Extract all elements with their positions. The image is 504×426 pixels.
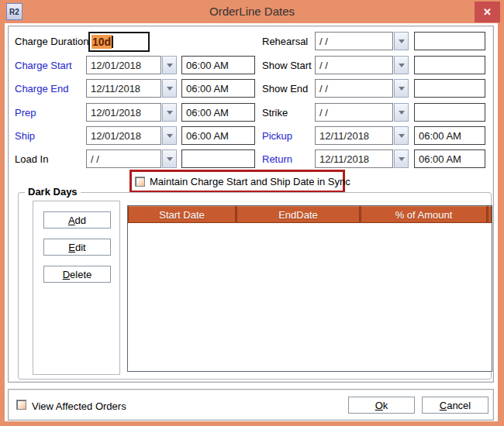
prep-time-field[interactable]: 06:00 AM bbox=[181, 103, 255, 122]
show-end-date-value[interactable]: / / bbox=[315, 79, 393, 98]
show-start-time-field[interactable] bbox=[414, 56, 485, 74]
return-dropdown-button[interactable] bbox=[394, 149, 409, 168]
main-panel: Maintain Charge Start and Ship Date in S… bbox=[8, 26, 494, 383]
rehearsal-label: Rehearsal bbox=[262, 36, 308, 47]
dark-days-title: Dark Days bbox=[25, 186, 81, 198]
show-end-dropdown-button[interactable] bbox=[394, 79, 409, 98]
charge-start-date-value[interactable]: 12/01/2018 bbox=[86, 56, 161, 74]
charge-start-date-combo: 12/01/2018 bbox=[86, 56, 177, 74]
close-icon: ✕ bbox=[483, 6, 492, 18]
dark-days-table: Start DateEndDate% of Amount bbox=[127, 205, 492, 372]
orderline-dates-dialog: { "window": { "title": "OrderLine Dates"… bbox=[0, 0, 504, 426]
maintain-sync-label: Maintain Charge Start and Ship Date in S… bbox=[150, 176, 350, 187]
chevron-down-icon bbox=[167, 157, 173, 161]
ship-time-field[interactable]: 06:00 AM bbox=[181, 126, 255, 145]
pickup-date-value[interactable]: 12/11/2018 bbox=[315, 126, 393, 145]
show-start-date-value[interactable]: / / bbox=[315, 56, 393, 74]
column-header--of-amount[interactable]: % of Amount bbox=[361, 206, 487, 223]
charge-duration-label: Charge Duration bbox=[15, 36, 88, 47]
charge-end-label: Charge End bbox=[15, 83, 68, 94]
show-end-date-combo: / / bbox=[315, 79, 409, 98]
column-header-enddate[interactable]: EndDate bbox=[236, 206, 360, 223]
strike-time-field[interactable] bbox=[414, 103, 485, 122]
show-start-date-combo: / / bbox=[315, 56, 409, 74]
show-start-dropdown-button[interactable] bbox=[394, 56, 409, 74]
charge-duration-selected-text: 10d bbox=[91, 35, 112, 49]
rehearsal-dropdown-button[interactable] bbox=[394, 32, 409, 50]
dark-days-button-panel: AddEditDelete bbox=[33, 201, 120, 375]
return-label: Return bbox=[262, 153, 292, 165]
add-button[interactable]: Add bbox=[43, 211, 111, 228]
strike-label: Strike bbox=[262, 107, 288, 119]
text-caret bbox=[112, 36, 113, 48]
pickup-date-combo: 12/11/2018 bbox=[315, 126, 409, 145]
column-header-filler bbox=[488, 206, 492, 223]
chevron-down-icon bbox=[399, 64, 405, 67]
load-in-date-value[interactable]: / / bbox=[86, 149, 161, 168]
pickup-label: Pickup bbox=[262, 130, 292, 142]
strike-date-value[interactable]: / / bbox=[315, 103, 393, 122]
delete-button[interactable]: Delete bbox=[43, 266, 111, 283]
charge-end-date-value[interactable]: 12/11/2018 bbox=[86, 79, 161, 98]
footer-panel: View Affected Orders Ok Cancel bbox=[8, 389, 494, 421]
title-bar: R2 OrderLine Dates ✕ bbox=[0, 0, 504, 23]
return-date-value[interactable]: 12/11/2018 bbox=[315, 149, 393, 168]
charge-start-dropdown-button[interactable] bbox=[162, 56, 177, 74]
load-in-time-field[interactable] bbox=[181, 149, 255, 168]
charge-start-time-field[interactable]: 06:00 AM bbox=[181, 56, 255, 74]
charge-duration-input[interactable]: 10d bbox=[88, 32, 150, 52]
charge-end-dropdown-button[interactable] bbox=[162, 79, 177, 98]
ship-date-combo: 12/01/2018 bbox=[86, 126, 177, 145]
sync-highlight-box: Maintain Charge Start and Ship Date in S… bbox=[129, 170, 345, 193]
edit-button[interactable]: Edit bbox=[43, 239, 111, 256]
view-affected-orders-label: View Affected Orders bbox=[32, 400, 126, 412]
dark-days-group: Dark Days AddEditDelete Start DateEndDat… bbox=[18, 192, 492, 380]
prep-dropdown-button[interactable] bbox=[162, 103, 177, 122]
ship-dropdown-button[interactable] bbox=[162, 126, 177, 145]
chevron-down-icon bbox=[399, 40, 405, 43]
chevron-down-icon bbox=[167, 134, 173, 138]
rehearsal-date-value[interactable]: / / bbox=[315, 32, 393, 50]
show-end-label: Show End bbox=[262, 83, 308, 94]
ok-button[interactable]: Ok bbox=[348, 397, 415, 414]
chevron-down-icon bbox=[399, 157, 405, 161]
return-time-field[interactable]: 06:00 AM bbox=[414, 149, 485, 168]
strike-date-combo: / / bbox=[315, 103, 409, 122]
charge-end-date-combo: 12/11/2018 bbox=[86, 79, 177, 98]
return-date-combo: 12/11/2018 bbox=[315, 149, 409, 168]
prep-date-combo: 12/01/2018 bbox=[86, 103, 177, 122]
window-title: OrderLine Dates bbox=[0, 5, 504, 18]
column-header-start-date[interactable]: Start Date bbox=[128, 206, 236, 223]
prep-date-value[interactable]: 12/01/2018 bbox=[86, 103, 161, 122]
charge-end-time-field[interactable]: 06:00 AM bbox=[181, 79, 255, 98]
load-in-dropdown-button[interactable] bbox=[162, 149, 177, 168]
show-start-label: Show Start bbox=[262, 60, 312, 71]
prep-label: Prep bbox=[15, 107, 36, 119]
view-affected-orders-checkbox[interactable] bbox=[16, 400, 26, 410]
dark-days-table-header: Start DateEndDate% of Amount bbox=[128, 206, 492, 223]
rehearsal-time-field[interactable] bbox=[414, 32, 485, 50]
load-in-label: Load In bbox=[15, 153, 48, 165]
pickup-time-field[interactable]: 06:00 AM bbox=[414, 126, 485, 145]
chevron-down-icon bbox=[399, 87, 405, 91]
strike-dropdown-button[interactable] bbox=[394, 103, 409, 122]
pickup-dropdown-button[interactable] bbox=[394, 126, 409, 145]
rehearsal-date-combo: / / bbox=[315, 32, 409, 50]
ship-label: Ship bbox=[15, 130, 35, 142]
show-end-time-field[interactable] bbox=[414, 79, 485, 98]
load-in-date-combo: / / bbox=[86, 149, 177, 168]
chevron-down-icon bbox=[399, 111, 405, 115]
charge-start-label: Charge Start bbox=[15, 60, 72, 71]
cancel-button[interactable]: Cancel bbox=[422, 397, 488, 414]
chevron-down-icon bbox=[167, 111, 173, 115]
chevron-down-icon bbox=[167, 87, 173, 91]
dark-days-table-body[interactable] bbox=[128, 223, 492, 371]
ship-date-value[interactable]: 12/01/2018 bbox=[86, 126, 161, 145]
close-button[interactable]: ✕ bbox=[475, 2, 500, 22]
maintain-sync-checkbox[interactable] bbox=[135, 177, 145, 187]
chevron-down-icon bbox=[399, 134, 405, 138]
chevron-down-icon bbox=[167, 64, 173, 67]
